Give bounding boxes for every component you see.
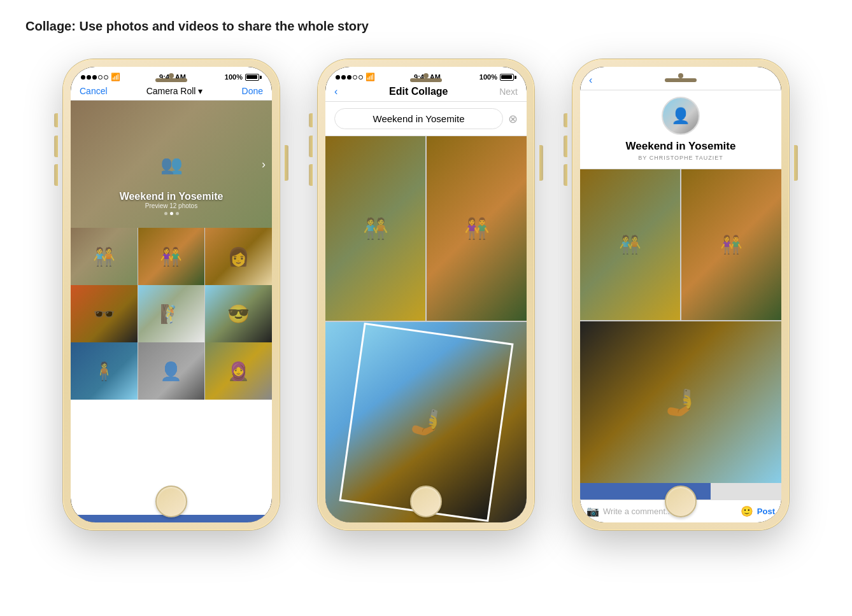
photo-cell-1[interactable]: 🧑‍🤝‍🧑 bbox=[71, 228, 138, 285]
battery-tip-2 bbox=[515, 76, 516, 79]
camera-icon: 📷 bbox=[586, 505, 599, 517]
figure-collage2: 👫 bbox=[464, 216, 490, 241]
volume-down-button-2 bbox=[309, 164, 313, 186]
battery-icon-1 bbox=[245, 74, 262, 81]
photo-row-3: 🧍 👤 🧕 bbox=[71, 342, 272, 400]
post-button[interactable]: Post bbox=[757, 507, 775, 516]
collage-name-field[interactable]: Weekend in Yosemite bbox=[334, 108, 503, 129]
photo-row-2: 🕶️ 🧗 😎 bbox=[71, 285, 272, 342]
dot-2 bbox=[170, 212, 173, 215]
collage-photos-grid: 🧑‍🤝‍🧑 👫 🤳 bbox=[325, 136, 527, 521]
hero-title: Weekend in Yosemite bbox=[71, 191, 272, 202]
signal-area-2: 📶 bbox=[336, 73, 375, 81]
photo-cell-2[interactable]: 👫 bbox=[138, 228, 205, 285]
page-title: Collage: Use photos and videos to share … bbox=[25, 19, 827, 34]
battery-icon-2 bbox=[500, 74, 516, 81]
post-collage-grid: 🧑‍🤝‍🧑 👫 🤳 bbox=[580, 169, 781, 483]
dot5-2 bbox=[359, 75, 363, 80]
photo-cell-6[interactable]: 😎 bbox=[205, 285, 272, 342]
signal-area: 📶 bbox=[81, 73, 120, 81]
collage-photo-1[interactable]: 🧑‍🤝‍🧑 bbox=[325, 136, 425, 321]
volume-up-button bbox=[54, 136, 58, 157]
dot3-2 bbox=[347, 75, 351, 80]
battery-tip bbox=[260, 76, 262, 79]
phone-3-inner: ‹ 👤 Weekend in Yosemite BY CHRISTOPHE TA… bbox=[580, 67, 781, 522]
post-photo-3: 🤳 bbox=[580, 321, 781, 484]
figure2: 👫 bbox=[138, 228, 205, 285]
clear-icon[interactable]: ⊗ bbox=[508, 112, 518, 126]
photo-cell-9[interactable]: 🧕 bbox=[205, 342, 272, 400]
edit-collage-content: Weekend in Yosemite ⊗ 🧑‍🤝‍🧑 👫 bbox=[325, 102, 527, 522]
dot2-2 bbox=[341, 75, 346, 80]
photo-cell-4[interactable]: 🕶️ bbox=[71, 285, 138, 342]
speaker-2 bbox=[410, 78, 442, 82]
phone-1-inner: 📶 9:41 AM 100% Canc bbox=[71, 67, 272, 522]
photo-cell-5[interactable]: 🧗 bbox=[138, 285, 205, 342]
figure-post2: 👫 bbox=[720, 234, 742, 255]
mute-button-3 bbox=[564, 113, 567, 127]
back-button-2[interactable]: ‹ bbox=[334, 86, 337, 97]
hero-photo[interactable]: 👥 › Weekend in Yosemite Preview 12 photo… bbox=[71, 101, 272, 228]
camera-roll-title[interactable]: Camera Roll ▾ bbox=[146, 86, 203, 96]
figure8: 👤 bbox=[138, 342, 205, 400]
battery-fill-2 bbox=[501, 75, 512, 79]
wifi-icon: 📶 bbox=[111, 73, 120, 81]
post-by-line: BY CHRISTOPHE TAUZIET bbox=[638, 155, 723, 161]
mute-button bbox=[54, 113, 58, 127]
figure-post3: 🤳 bbox=[665, 388, 697, 417]
nav-bar-1: Cancel Camera Roll ▾ Done bbox=[71, 85, 272, 101]
cancel-button[interactable]: Cancel bbox=[80, 86, 108, 96]
battery-percent-2: 100% bbox=[479, 73, 497, 81]
dot1 bbox=[81, 75, 85, 80]
photo-grid: 👥 › Weekend in Yosemite Preview 12 photo… bbox=[71, 101, 272, 515]
back-button-3[interactable]: ‹ bbox=[589, 74, 592, 86]
done-button[interactable]: Done bbox=[242, 86, 263, 96]
speaker bbox=[155, 78, 187, 82]
battery-percent-1: 100% bbox=[225, 73, 243, 81]
dot2 bbox=[87, 75, 91, 80]
photo-row-1: 🧑‍🤝‍🧑 👫 👩 bbox=[71, 228, 272, 285]
phone-1: 📶 9:41 AM 100% Canc bbox=[63, 59, 280, 530]
figure9: 🧕 bbox=[205, 342, 272, 400]
wifi-icon-2: 📶 bbox=[366, 73, 375, 81]
photo-cell-3[interactable]: 👩 bbox=[205, 228, 272, 285]
photo-cell-8[interactable]: 👤 bbox=[138, 342, 205, 400]
hero-chevron-icon: › bbox=[262, 158, 266, 171]
volume-up-button-2 bbox=[309, 136, 313, 157]
battery-body bbox=[245, 74, 259, 81]
figure6: 😎 bbox=[205, 285, 272, 342]
home-button-1[interactable] bbox=[155, 486, 187, 517]
power-button-3 bbox=[794, 145, 798, 181]
phone-3-screen: ‹ 👤 Weekend in Yosemite BY CHRISTOPHE TA… bbox=[580, 67, 781, 522]
phone-1-screen: 📶 9:41 AM 100% Canc bbox=[71, 67, 272, 522]
mute-button-2 bbox=[309, 113, 313, 127]
dot5 bbox=[104, 75, 108, 80]
phone-2: 📶 9:41 AM 100% ‹ bbox=[318, 59, 534, 530]
figure4: 🕶️ bbox=[71, 285, 138, 342]
power-button bbox=[285, 145, 288, 181]
edit-collage-title: Edit Collage bbox=[389, 86, 448, 97]
hero-overlay: Weekend in Yosemite Preview 12 photos bbox=[71, 191, 272, 215]
signal-dots bbox=[81, 75, 108, 80]
figure1: 🧑‍🤝‍🧑 bbox=[71, 228, 138, 285]
volume-down-button bbox=[54, 164, 58, 186]
power-button-2 bbox=[539, 145, 543, 181]
collage-photo-2[interactable]: 👫 bbox=[427, 136, 527, 321]
post-avatar: 👤 bbox=[662, 97, 700, 135]
battery-area-1: 100% bbox=[225, 73, 262, 81]
speaker-3 bbox=[665, 78, 697, 82]
figure5: 🧗 bbox=[138, 285, 205, 342]
figure7: 🧍 bbox=[71, 342, 138, 400]
dot-3 bbox=[176, 212, 179, 215]
camera-roll-content: 👥 › Weekend in Yosemite Preview 12 photo… bbox=[71, 101, 272, 515]
post-photo-2: 👫 bbox=[681, 169, 781, 320]
figure3: 👩 bbox=[205, 228, 272, 285]
figure-post1: 🧑‍🤝‍🧑 bbox=[619, 234, 641, 255]
dot4 bbox=[98, 75, 103, 80]
home-button-2[interactable] bbox=[410, 486, 442, 517]
home-button-3[interactable] bbox=[665, 486, 697, 517]
next-button[interactable]: Next bbox=[499, 87, 518, 97]
post-collage-name: Weekend in Yosemite bbox=[626, 140, 736, 153]
figure-collage1: 🧑‍🤝‍🧑 bbox=[363, 216, 388, 241]
photo-cell-7[interactable]: 🧍 bbox=[71, 342, 138, 400]
